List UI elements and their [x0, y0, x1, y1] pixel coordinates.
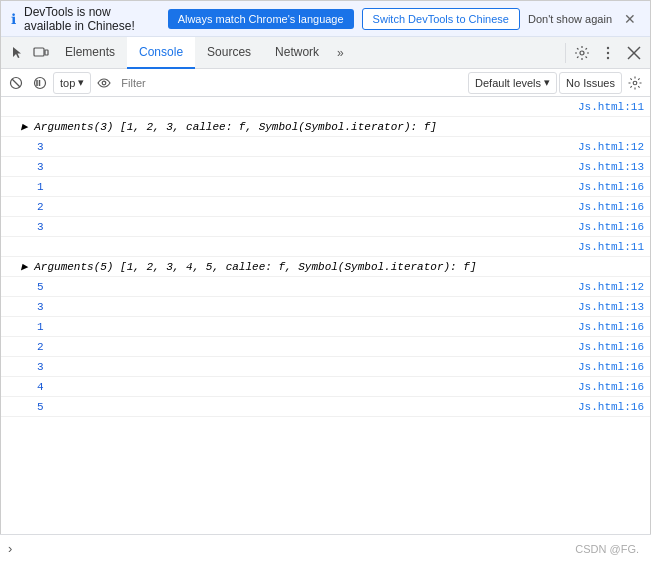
table-row: Js.html:11 — [1, 237, 650, 257]
row-content: 2 — [17, 341, 578, 353]
row-content[interactable]: ▶ Arguments(5) [1, 2, 3, 4, 5, callee: f… — [17, 260, 644, 273]
table-row: 5 Js.html:12 — [1, 277, 650, 297]
table-row: 1 Js.html:16 — [1, 177, 650, 197]
svg-point-5 — [607, 56, 609, 58]
svg-point-2 — [580, 51, 584, 55]
row-source[interactable]: Js.html:11 — [578, 101, 650, 113]
row-source[interactable]: Js.html:16 — [578, 221, 650, 233]
context-selector[interactable]: top ▾ — [53, 72, 91, 94]
tab-network[interactable]: Network — [263, 37, 331, 69]
table-row: 1 Js.html:16 — [1, 317, 650, 337]
table-row: 4 Js.html:16 — [1, 377, 650, 397]
row-source[interactable]: Js.html:13 — [578, 161, 650, 173]
row-source[interactable]: Js.html:16 — [578, 381, 650, 393]
stop-recording-button[interactable] — [29, 72, 51, 94]
svg-point-3 — [607, 46, 609, 48]
row-content: 1 — [17, 321, 578, 333]
row-source[interactable]: Js.html:13 — [578, 301, 650, 313]
console-input-row: › CSDN @FG. — [0, 534, 651, 562]
svg-point-13 — [102, 81, 106, 85]
toolbar-right — [570, 41, 646, 65]
console-content: Js.html:11 ▶ Arguments(3) [1, 2, 3, call… — [1, 97, 650, 535]
filter-input[interactable] — [117, 72, 466, 94]
switch-devtools-button[interactable]: Switch DevTools to Chinese — [362, 8, 520, 30]
table-row: 5 Js.html:16 — [1, 397, 650, 417]
no-issues-badge: No Issues — [559, 72, 622, 94]
console-prompt: › — [8, 541, 12, 556]
svg-point-4 — [607, 51, 609, 53]
level-label: Default levels — [475, 77, 541, 89]
row-content: 3 — [17, 301, 578, 313]
notification-close-button[interactable]: ✕ — [620, 9, 640, 29]
device-toggle-icon[interactable] — [29, 41, 53, 65]
row-source[interactable]: Js.html:16 — [578, 181, 650, 193]
match-language-button[interactable]: Always match Chrome's language — [168, 9, 354, 29]
notification-text: DevTools is now available in Chinese! — [24, 5, 160, 33]
console-input[interactable] — [18, 543, 575, 555]
table-row: 2 Js.html:16 — [1, 337, 650, 357]
cursor-icon[interactable] — [5, 41, 29, 65]
close-devtools-button[interactable] — [622, 41, 646, 65]
table-row: ▶ Arguments(3) [1, 2, 3, callee: f, Symb… — [1, 117, 650, 137]
context-label: top — [60, 77, 75, 89]
level-arrow-icon: ▾ — [544, 76, 550, 89]
row-source[interactable]: Js.html:16 — [578, 401, 650, 413]
svg-rect-0 — [34, 48, 44, 56]
row-source[interactable]: Js.html:12 — [578, 141, 650, 153]
tab-elements[interactable]: Elements — [53, 37, 127, 69]
row-source[interactable]: Js.html:11 — [578, 241, 650, 253]
row-content: 3 — [17, 161, 578, 173]
devtools-tab-bar: Elements Console Sources Network » — [1, 37, 650, 69]
context-arrow-icon: ▾ — [78, 76, 84, 89]
row-content: 5 — [17, 401, 578, 413]
more-options-button[interactable] — [596, 41, 620, 65]
svg-point-14 — [633, 81, 637, 85]
info-icon: ℹ — [11, 11, 16, 27]
settings-button[interactable] — [570, 41, 594, 65]
table-row: Js.html:11 — [1, 97, 650, 117]
table-row: ▶ Arguments(5) [1, 2, 3, 4, 5, callee: f… — [1, 257, 650, 277]
row-source[interactable]: Js.html:16 — [578, 361, 650, 373]
dont-show-link[interactable]: Don't show again — [528, 13, 612, 25]
level-selector[interactable]: Default levels ▾ — [468, 72, 557, 94]
tab-console[interactable]: Console — [127, 37, 195, 69]
table-row: 3 Js.html:16 — [1, 217, 650, 237]
console-settings-button[interactable] — [624, 72, 646, 94]
eye-button[interactable] — [93, 72, 115, 94]
svg-line-9 — [12, 79, 20, 87]
notification-bar: ℹ DevTools is now available in Chinese! … — [1, 1, 650, 37]
row-content: 4 — [17, 381, 578, 393]
row-source[interactable]: Js.html:16 — [578, 341, 650, 353]
watermark-text: CSDN @FG. — [575, 543, 643, 555]
more-tabs-button[interactable]: » — [331, 46, 350, 60]
table-row: 2 Js.html:16 — [1, 197, 650, 217]
tab-sources[interactable]: Sources — [195, 37, 263, 69]
row-content: 3 — [17, 361, 578, 373]
clear-console-button[interactable] — [5, 72, 27, 94]
row-content[interactable]: ▶ Arguments(3) [1, 2, 3, callee: f, Symb… — [17, 120, 644, 133]
row-content: 5 — [17, 281, 578, 293]
row-source[interactable]: Js.html:16 — [578, 201, 650, 213]
table-row: 3 Js.html:13 — [1, 157, 650, 177]
table-row: 3 Js.html:16 — [1, 357, 650, 377]
table-row: 3 Js.html:13 — [1, 297, 650, 317]
toolbar-separator — [565, 43, 566, 63]
row-source[interactable]: Js.html:16 — [578, 321, 650, 333]
row-source[interactable]: Js.html:12 — [578, 281, 650, 293]
row-content: 1 — [17, 181, 578, 193]
console-toolbar: top ▾ Default levels ▾ No Issues — [1, 69, 650, 97]
table-row: 3 Js.html:12 — [1, 137, 650, 157]
row-content: 3 — [17, 141, 578, 153]
row-content: 2 — [17, 201, 578, 213]
row-content: 3 — [17, 221, 578, 233]
svg-rect-1 — [45, 50, 48, 55]
